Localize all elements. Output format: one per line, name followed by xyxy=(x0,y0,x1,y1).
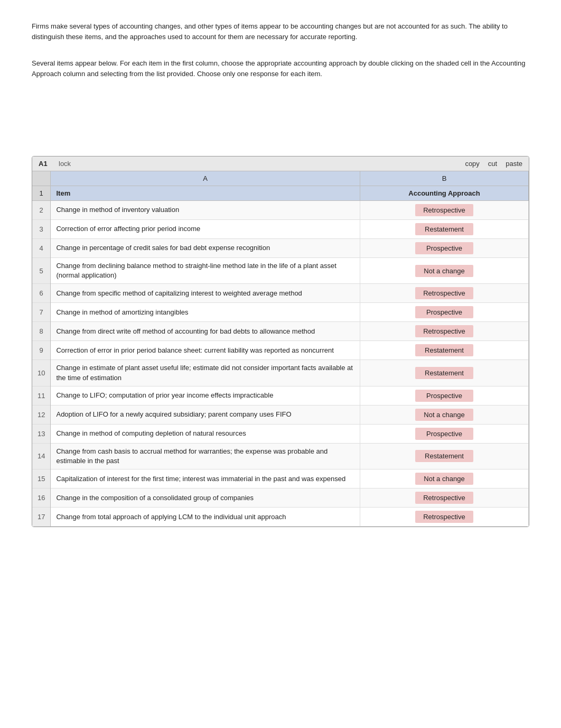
table-row: 13Change in method of computing depletio… xyxy=(32,424,529,443)
col-b-header: B xyxy=(360,171,528,186)
row-number: 10 xyxy=(32,360,51,386)
row-number: 3 xyxy=(32,220,51,239)
data-table: A B 1 Item Accounting Approach 2Change i… xyxy=(32,171,529,527)
lock-label: lock xyxy=(59,160,71,168)
row-item-text: Correction of error affecting prior peri… xyxy=(51,220,360,239)
row-approach-cell[interactable]: Retrospective xyxy=(360,508,528,527)
cell-reference: A1 xyxy=(39,160,54,168)
row-item-text: Change from direct write off method of a… xyxy=(51,322,360,341)
row-number: 9 xyxy=(32,341,51,360)
row-number: 7 xyxy=(32,303,51,322)
row-number: 16 xyxy=(32,489,51,508)
table-row: 4Change in percentage of credit sales fo… xyxy=(32,239,529,258)
toolbar-actions[interactable]: copy cut paste xyxy=(465,160,522,168)
col-num-header xyxy=(32,171,51,186)
row-1-num: 1 xyxy=(32,186,51,201)
row-number: 17 xyxy=(32,508,51,527)
row-approach-cell[interactable]: Retrospective xyxy=(360,201,528,220)
approach-value: Prospective xyxy=(415,242,473,254)
table-row: 17Change from total approach of applying… xyxy=(32,508,529,527)
row-number: 13 xyxy=(32,424,51,443)
table-row: 7Change in method of amortizing intangib… xyxy=(32,303,529,322)
table-row: 14Change from cash basis to accrual meth… xyxy=(32,443,529,469)
approach-value: Restatement xyxy=(415,367,473,379)
intro-paragraph1: Firms make several types of accounting c… xyxy=(32,21,529,42)
row-item-text: Change in method of inventory valuation xyxy=(51,201,360,220)
row-item-text: Change from declining balance method to … xyxy=(51,258,360,284)
approach-value: Prospective xyxy=(415,428,473,440)
row-item-text: Change from total approach of applying L… xyxy=(51,508,360,527)
approach-value: Restatement xyxy=(415,344,473,356)
col-a-header: A xyxy=(51,171,360,186)
row-approach-cell[interactable]: Restatement xyxy=(360,220,528,239)
row-number: 14 xyxy=(32,443,51,469)
toolbar: A1 lock copy cut paste xyxy=(32,156,529,171)
row-approach-cell[interactable]: Not a change xyxy=(360,405,528,424)
table-row: 16Change in the composition of a consoli… xyxy=(32,489,529,508)
approach-value: Retrospective xyxy=(415,511,473,523)
approach-value: Retrospective xyxy=(415,204,473,216)
spreadsheet: A1 lock copy cut paste A B 1 Item Accoun… xyxy=(32,156,529,527)
approach-value: Not a change xyxy=(415,473,473,485)
approach-value: Not a change xyxy=(415,265,473,277)
intro-paragraph2: Several items appear below. For each ite… xyxy=(32,58,529,79)
row-number: 11 xyxy=(32,386,51,405)
row-item-text: Change in estimate of plant asset useful… xyxy=(51,360,360,386)
row-item-text: Change in the composition of a consolida… xyxy=(51,489,360,508)
approach-value: Restatement xyxy=(415,223,473,235)
cut-button[interactable]: cut xyxy=(488,160,497,168)
row-approach-cell[interactable]: Prospective xyxy=(360,386,528,405)
row-item-text: Change in percentage of credit sales for… xyxy=(51,239,360,258)
row-item-text: Change from cash basis to accrual method… xyxy=(51,443,360,469)
row-approach-cell[interactable]: Prospective xyxy=(360,424,528,443)
approach-value: Retrospective xyxy=(415,287,473,299)
table-row: 11Change to LIFO; computation of prior y… xyxy=(32,386,529,405)
approach-value: Prospective xyxy=(415,306,473,318)
table-row: 8Change from direct write off method of … xyxy=(32,322,529,341)
row-approach-cell[interactable]: Prospective xyxy=(360,303,528,322)
row-number: 8 xyxy=(32,322,51,341)
row-item-text: Change in method of computing depletion … xyxy=(51,424,360,443)
table-row: 12Adoption of LIFO for a newly acquired … xyxy=(32,405,529,424)
copy-button[interactable]: copy xyxy=(465,160,479,168)
row-item-text: Capitalization of interest for the first… xyxy=(51,469,360,489)
row-item-text: Adoption of LIFO for a newly acquired su… xyxy=(51,405,360,424)
row-number: 6 xyxy=(32,284,51,303)
row-item-text: Change to LIFO; computation of prior yea… xyxy=(51,386,360,405)
row-approach-cell[interactable]: Not a change xyxy=(360,258,528,284)
table-row: 2Change in method of inventory valuation… xyxy=(32,201,529,220)
table-row: 3Correction of error affecting prior per… xyxy=(32,220,529,239)
row-approach-cell[interactable]: Retrospective xyxy=(360,284,528,303)
col-b-subheader: Accounting Approach xyxy=(360,186,528,201)
row-number: 4 xyxy=(32,239,51,258)
approach-value: Restatement xyxy=(415,450,473,462)
col-a-subheader: Item xyxy=(51,186,360,201)
approach-value: Retrospective xyxy=(415,492,473,504)
row-number: 12 xyxy=(32,405,51,424)
row-item-text: Correction of error in prior period bala… xyxy=(51,341,360,360)
row-approach-cell[interactable]: Not a change xyxy=(360,469,528,489)
row-number: 15 xyxy=(32,469,51,489)
row-approach-cell[interactable]: Restatement xyxy=(360,360,528,386)
table-row: 10Change in estimate of plant asset usef… xyxy=(32,360,529,386)
row-approach-cell[interactable]: Retrospective xyxy=(360,322,528,341)
row-approach-cell[interactable]: Restatement xyxy=(360,341,528,360)
approach-value: Prospective xyxy=(415,390,473,402)
row-item-text: Change in method of amortizing intangibl… xyxy=(51,303,360,322)
approach-value: Not a change xyxy=(415,409,473,421)
table-row: 15Capitalization of interest for the fir… xyxy=(32,469,529,489)
row-approach-cell[interactable]: Restatement xyxy=(360,443,528,469)
row-item-text: Change from specific method of capitaliz… xyxy=(51,284,360,303)
table-row: 6Change from specific method of capitali… xyxy=(32,284,529,303)
row-approach-cell[interactable]: Retrospective xyxy=(360,489,528,508)
row-number: 2 xyxy=(32,201,51,220)
table-row: 5Change from declining balance method to… xyxy=(32,258,529,284)
table-row: 9Correction of error in prior period bal… xyxy=(32,341,529,360)
approach-value: Retrospective xyxy=(415,325,473,337)
paste-button[interactable]: paste xyxy=(506,160,522,168)
row-number: 5 xyxy=(32,258,51,284)
row-approach-cell[interactable]: Prospective xyxy=(360,239,528,258)
